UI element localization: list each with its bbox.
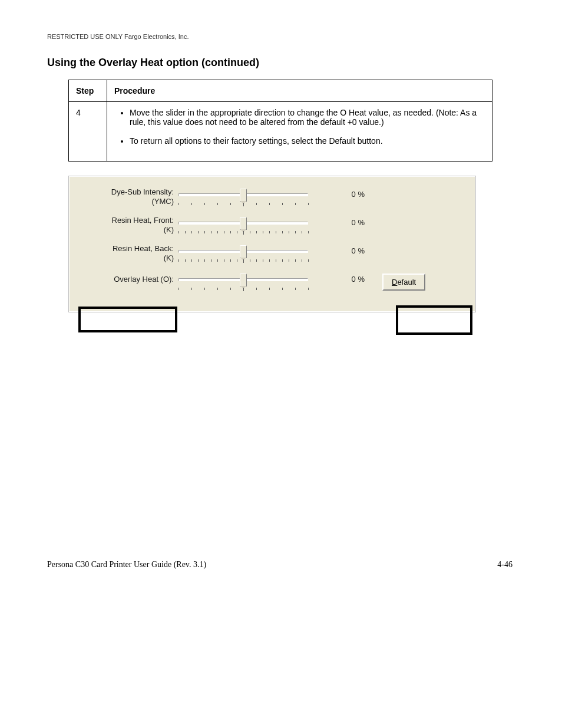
slider-value: 0 % bbox=[308, 187, 365, 199]
procedure-table: Step Procedure 4 Move the slider in the … bbox=[68, 80, 492, 162]
procedure-item: Move the slider in the appropriate direc… bbox=[130, 108, 485, 127]
resin-heat-front-slider[interactable] bbox=[178, 217, 308, 237]
col-header-procedure: Procedure bbox=[107, 80, 492, 102]
section-title: Using the Overlay Heat option (continued… bbox=[47, 57, 515, 69]
slider-thumb[interactable] bbox=[240, 189, 247, 202]
default-button[interactable]: Default bbox=[382, 274, 425, 291]
dye-sub-intensity-slider[interactable] bbox=[178, 189, 308, 209]
slider-value: 0 % bbox=[308, 272, 365, 284]
slider-row-resin-back: Resin Heat, Back: (K) 0 % bbox=[77, 244, 468, 265]
slider-thumb[interactable] bbox=[240, 274, 247, 286]
slider-value: 0 % bbox=[308, 244, 365, 255]
slider-row-overlay-heat: Overlay Heat (O): 0 % Default bbox=[77, 272, 468, 294]
slider-thumb[interactable] bbox=[240, 217, 247, 230]
slider-label: Overlay Heat (O): bbox=[77, 272, 178, 284]
slider-thumb[interactable] bbox=[240, 245, 247, 258]
page-footer: Persona C30 Card Printer User Guide (Rev… bbox=[47, 560, 515, 569]
resin-heat-back-slider[interactable] bbox=[178, 245, 308, 265]
footer-text: Persona C30 Card Printer User Guide (Rev… bbox=[47, 560, 206, 569]
slider-row-resin-front: Resin Heat, Front: (K) 0 % bbox=[77, 216, 468, 237]
page-running-header: RESTRICTED USE ONLY Fargo Electronics, I… bbox=[47, 33, 515, 40]
slider-label: Dye-Sub Intensity: (YMC) bbox=[77, 187, 178, 206]
table-row: 4 Move the slider in the appropriate dir… bbox=[69, 102, 492, 162]
highlight-overlay-label bbox=[78, 307, 177, 332]
overlay-heat-slider[interactable] bbox=[178, 274, 308, 294]
procedure-item: To return all options to their factory s… bbox=[130, 136, 485, 146]
step-procedure: Move the slider in the appropriate direc… bbox=[107, 102, 492, 162]
highlight-default-button bbox=[396, 305, 472, 335]
slider-label: Resin Heat, Back: (K) bbox=[77, 244, 178, 263]
slider-row-dye-sub: Dye-Sub Intensity: (YMC) 0 % bbox=[77, 187, 468, 209]
slider-label: Resin Heat, Front: (K) bbox=[77, 216, 178, 235]
col-header-step: Step bbox=[69, 80, 107, 102]
footer-page-number: 4-46 bbox=[497, 560, 515, 569]
slider-value: 0 % bbox=[308, 216, 365, 227]
settings-panel-screenshot: Dye-Sub Intensity: (YMC) 0 % Resin Heat,… bbox=[68, 176, 476, 312]
step-number: 4 bbox=[69, 102, 107, 162]
